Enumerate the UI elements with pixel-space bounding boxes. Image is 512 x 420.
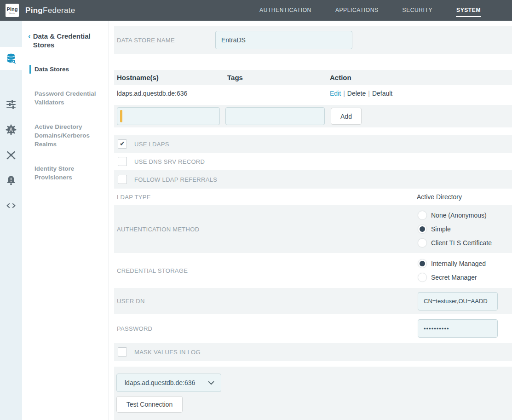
radio-label-none-anonymous: None (Anonymous) bbox=[431, 212, 487, 219]
main-navigation: AUTHENTICATION APPLICATIONS SECURITY SYS… bbox=[259, 4, 481, 17]
nav-item-authentication[interactable]: AUTHENTICATION bbox=[259, 4, 312, 17]
follow-ldap-referrals-row: FOLLOW LDAP REFERRALS bbox=[114, 170, 512, 189]
active-item-bar bbox=[29, 65, 31, 74]
ldap-type-row: LDAP TYPE Active Directory bbox=[114, 189, 512, 205]
radio-label-secret-manager: Secret Manager bbox=[431, 274, 477, 281]
sidebar-back-header[interactable]: ‹ Data & Credential Stores bbox=[22, 21, 109, 49]
action-separator: | bbox=[366, 90, 372, 97]
main-content: DATA STORE NAME EntraDS Hostname(s) Tags… bbox=[109, 21, 512, 420]
radio-client-tls-certificate[interactable] bbox=[418, 238, 427, 247]
password-label: PASSWORD bbox=[117, 325, 152, 332]
credential-storage-options: Internally Managed Secret Manager bbox=[418, 253, 486, 288]
use-ldaps-row: USE LDAPS bbox=[114, 135, 512, 153]
data-store-name-label: DATA STORE NAME bbox=[117, 37, 215, 44]
use-ldaps-checkbox[interactable] bbox=[118, 139, 127, 149]
edit-link[interactable]: Edit bbox=[330, 90, 341, 97]
host-hostname-cell: ldaps.ad.questdb.de:636 bbox=[114, 90, 224, 97]
sidebar-item-password-credential-validators[interactable]: Password Credential Validators bbox=[22, 89, 109, 107]
use-dns-srv-record-row: USE DNS SRV RECORD bbox=[114, 153, 512, 170]
hostname-select[interactable]: ldaps.ad.questdb.de:636 bbox=[116, 374, 221, 392]
test-connection-button[interactable]: Test Connection bbox=[116, 396, 183, 413]
sidebar-item-label: Active Directory Domains/Kerberos Realms bbox=[35, 123, 90, 148]
sidebar-item-active-directory-domains[interactable]: Active Directory Domains/Kerberos Realms bbox=[22, 122, 109, 149]
data-store-name-input[interactable]: EntraDS bbox=[215, 31, 352, 49]
add-host-row: Add bbox=[114, 105, 512, 127]
new-tags-input[interactable] bbox=[225, 107, 325, 125]
user-dn-row: USER DN CN=testuser,OU=AADD bbox=[114, 288, 512, 314]
follow-ldap-referrals-label: FOLLOW LDAP REFERRALS bbox=[134, 176, 217, 183]
authentication-method-label: AUTHENTICATION METHOD bbox=[117, 226, 199, 233]
sidebar-item-label: Data Stores bbox=[35, 66, 69, 73]
radio-option-simple[interactable]: Simple bbox=[418, 224, 492, 234]
credential-storage-label: CREDENTIAL STORAGE bbox=[117, 267, 188, 274]
chevron-down-icon bbox=[208, 381, 214, 385]
password-input[interactable]: •••••••••• bbox=[418, 319, 498, 338]
delete-link[interactable]: Delete bbox=[347, 90, 366, 97]
required-field-bar bbox=[120, 110, 122, 122]
password-row: PASSWORD •••••••••• bbox=[114, 314, 512, 343]
follow-ldap-referrals-checkbox[interactable] bbox=[118, 175, 127, 184]
host-table-row: ldaps.ad.questdb.de:636 Edit|Delete|Defa… bbox=[114, 85, 512, 102]
product-title-light: Federate bbox=[43, 6, 75, 15]
column-header-hostnames: Hostname(s) bbox=[114, 74, 224, 81]
sidebar-item-identity-store-provisioners[interactable]: Identity Store Provisioners bbox=[22, 164, 109, 182]
sidebar-item-label: Identity Store Provisioners bbox=[35, 165, 74, 181]
test-connection-section: ldaps.ad.questdb.de:636 Test Connection bbox=[114, 367, 512, 420]
ping-logo: Ping Identity bbox=[6, 4, 19, 17]
sidebar: ‹ Data & Credential Stores Data Stores P… bbox=[22, 21, 109, 420]
radio-option-secret-manager[interactable]: Secret Manager bbox=[418, 273, 486, 282]
user-dn-input[interactable]: CN=testuser,OU=AADD bbox=[418, 292, 498, 311]
radio-none-anonymous[interactable] bbox=[418, 211, 427, 220]
back-chevron-icon: ‹ bbox=[28, 32, 31, 49]
icon-rail bbox=[0, 21, 22, 420]
radio-label-simple: Simple bbox=[431, 225, 451, 233]
user-dn-label: USER DN bbox=[117, 298, 145, 305]
code-brackets-icon[interactable] bbox=[6, 200, 17, 211]
authentication-method-options: None (Anonymous) Simple Client TLS Certi… bbox=[418, 205, 492, 253]
hosts-table-header: Hostname(s) Tags Action bbox=[114, 70, 512, 85]
ldap-type-value: Active Directory bbox=[417, 193, 462, 201]
use-ldaps-label: USE LDAPS bbox=[134, 141, 169, 148]
radio-option-internally-managed[interactable]: Internally Managed bbox=[418, 259, 486, 268]
gear-navigation-icon[interactable] bbox=[6, 124, 17, 135]
radio-option-none-anonymous[interactable]: None (Anonymous) bbox=[418, 211, 492, 220]
top-navbar: Ping Identity PingFederate AUTHENTICATIO… bbox=[0, 0, 512, 21]
data-stores-database-key-icon[interactable] bbox=[6, 53, 17, 64]
host-actions-cell: Edit|Delete|Default bbox=[327, 90, 512, 97]
nav-item-system[interactable]: SYSTEM bbox=[456, 4, 481, 17]
radio-label-client-tls-certificate: Client TLS Certificate bbox=[431, 239, 492, 247]
radio-simple[interactable] bbox=[418, 224, 427, 234]
authentication-method-row: AUTHENTICATION METHOD None (Anonymous) S… bbox=[114, 205, 512, 253]
column-header-tags: Tags bbox=[224, 74, 327, 81]
ping-logo-text: Ping bbox=[7, 7, 18, 12]
add-host-button[interactable]: Add bbox=[331, 108, 362, 125]
use-dns-srv-record-label: USE DNS SRV RECORD bbox=[134, 158, 205, 165]
action-separator: | bbox=[341, 90, 347, 97]
nav-item-applications[interactable]: APPLICATIONS bbox=[335, 4, 379, 17]
product-title: PingFederate bbox=[25, 6, 75, 15]
radio-internally-managed[interactable] bbox=[418, 259, 427, 268]
ping-logo-subtext: Identity bbox=[9, 12, 15, 14]
nav-item-security[interactable]: SECURITY bbox=[402, 4, 433, 17]
column-header-action: Action bbox=[327, 74, 512, 81]
radio-secret-manager[interactable] bbox=[418, 273, 427, 282]
network-connector-icon[interactable] bbox=[6, 150, 17, 161]
alert-bell-icon[interactable] bbox=[6, 175, 17, 186]
sidebar-menu: Data Stores Password Credential Validato… bbox=[22, 65, 109, 182]
product-title-bold: Ping bbox=[25, 6, 43, 15]
mask-values-in-log-row: MASK VALUES IN LOG bbox=[114, 343, 512, 361]
sidebar-item-label: Password Credential Validators bbox=[35, 90, 96, 106]
use-dns-srv-record-checkbox[interactable] bbox=[118, 157, 127, 166]
radio-option-client-tls-certificate[interactable]: Client TLS Certificate bbox=[418, 238, 492, 247]
data-store-name-row: DATA STORE NAME EntraDS bbox=[114, 26, 512, 54]
sliders-settings-icon[interactable] bbox=[6, 99, 17, 110]
ldap-type-label: LDAP TYPE bbox=[117, 194, 151, 201]
new-hostname-input[interactable] bbox=[117, 107, 220, 125]
sidebar-title: Data & Credential Stores bbox=[33, 32, 104, 49]
radio-label-internally-managed: Internally Managed bbox=[431, 260, 486, 267]
default-link[interactable]: Default bbox=[372, 90, 392, 97]
sidebar-item-data-stores[interactable]: Data Stores bbox=[22, 65, 109, 74]
mask-values-in-log-label: MASK VALUES IN LOG bbox=[134, 349, 201, 356]
mask-values-in-log-checkbox[interactable] bbox=[118, 347, 127, 357]
hostname-select-value: ldaps.ad.questdb.de:636 bbox=[125, 379, 195, 386]
